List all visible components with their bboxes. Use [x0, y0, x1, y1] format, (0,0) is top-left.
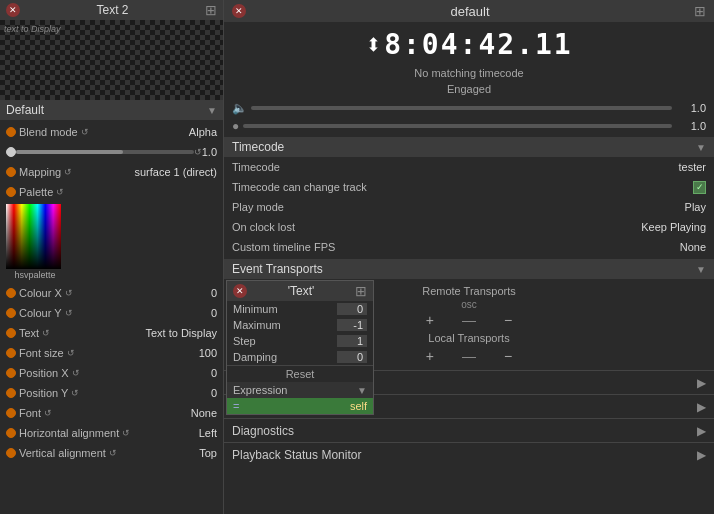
- volume-slider-2[interactable]: [243, 124, 672, 128]
- play-mode-value: Play: [685, 201, 706, 213]
- mapping-reset[interactable]: ↺: [64, 167, 72, 177]
- blend-mode-reset[interactable]: ↺: [81, 127, 89, 137]
- colour-x-icon: [6, 288, 16, 298]
- popup-damping-label: Damping: [233, 351, 277, 363]
- remote-transport-remove-button[interactable]: −: [500, 312, 516, 328]
- right-page-icon[interactable]: ⊞: [694, 3, 706, 19]
- color-gradient[interactable]: [6, 204, 61, 269]
- timecode-change-track-checkbox[interactable]: ✓: [693, 181, 706, 194]
- preview-area: ✕ Text 2 ⊞ text to Display: [0, 0, 223, 100]
- default-section-header[interactable]: Default ▼: [0, 100, 223, 120]
- mapping-value: surface 1 (direct): [134, 166, 217, 178]
- volume-dot-icon: ●: [232, 119, 239, 133]
- popup-maximum-row: Maximum -1: [227, 317, 373, 333]
- popup-maximum-label: Maximum: [233, 319, 281, 331]
- timecode-prop-row: Timecode tester: [224, 157, 714, 177]
- popup-damping-value: 0: [337, 351, 367, 363]
- font-size-label: Font size: [19, 347, 64, 359]
- popup-step-value: 1: [337, 335, 367, 347]
- vert-align-label: Vertical alignment: [19, 447, 106, 459]
- right-title-bar: ✕ default ⊞: [224, 0, 714, 22]
- popup-close-button[interactable]: ✕: [233, 284, 247, 298]
- volume-slider-1[interactable]: [251, 106, 672, 110]
- popup-page-icon[interactable]: ⊞: [355, 283, 367, 299]
- timecode-section-header[interactable]: Timecode ▼: [224, 137, 714, 157]
- local-transport-add-button[interactable]: +: [422, 348, 438, 364]
- prop-colour-y: Colour Y ↺ 0: [0, 303, 223, 323]
- playback-status-nav-row[interactable]: Playback Status Monitor ▶: [224, 442, 714, 466]
- schedule-arrow-icon: ▶: [697, 376, 706, 390]
- diagnostics-nav-row[interactable]: Diagnostics ▶: [224, 418, 714, 442]
- local-transport-divider: —: [458, 348, 480, 364]
- chevron-down-icon: ▼: [207, 105, 217, 116]
- horiz-align-reset[interactable]: ↺: [122, 428, 130, 438]
- colour-x-value: 0: [211, 287, 217, 299]
- colour-x-reset[interactable]: ↺: [65, 288, 73, 298]
- custom-fps-label: Custom timeline FPS: [232, 241, 335, 253]
- font-reset[interactable]: ↺: [44, 408, 52, 418]
- opacity-icon: [6, 147, 16, 157]
- timecode-value: ⬍8:04:42.11: [365, 28, 572, 61]
- position-y-reset[interactable]: ↺: [71, 388, 79, 398]
- popup-step-row: Step 1: [227, 333, 373, 349]
- prop-opacity: ↺ 1.0: [0, 142, 223, 162]
- blend-mode-label: Blend mode: [19, 126, 78, 138]
- properties-list: Blend mode ↺ Alpha ↺ 1.0 Mapping ↺ surfa…: [0, 120, 223, 514]
- timecode-prop-value: tester: [678, 161, 706, 173]
- event-transports-header[interactable]: Event Transports ▼: [224, 259, 714, 279]
- color-picker[interactable]: hsvpalette: [6, 204, 64, 281]
- colour-y-value: 0: [211, 307, 217, 319]
- font-value: None: [191, 407, 217, 419]
- color-picker-container: hsvpalette: [0, 202, 223, 283]
- default-section-label: Default: [6, 103, 44, 117]
- right-panel: ✕ default ⊞ ⬍8:04:42.11 No matching time…: [224, 0, 714, 514]
- play-mode-label: Play mode: [232, 201, 284, 213]
- page-icon[interactable]: ⊞: [205, 2, 217, 18]
- playback-status-arrow-icon: ▶: [697, 448, 706, 462]
- opacity-slider[interactable]: [16, 150, 194, 154]
- prop-position-x: Position X ↺ 0: [0, 363, 223, 383]
- blend-mode-value: Alpha: [189, 126, 217, 138]
- timecode-change-track-label: Timecode can change track: [232, 181, 367, 193]
- volume-value-2: 1.0: [676, 120, 706, 132]
- local-transport-remove-button[interactable]: −: [500, 348, 516, 364]
- prop-palette: Palette ↺: [0, 182, 223, 202]
- on-clock-lost-value: Keep Playing: [641, 221, 706, 233]
- position-x-icon: [6, 368, 16, 378]
- prop-colour-x: Colour X ↺ 0: [0, 283, 223, 303]
- text-reset[interactable]: ↺: [42, 328, 50, 338]
- position-x-reset[interactable]: ↺: [72, 368, 80, 378]
- color-picker-label: hsvpalette: [6, 269, 64, 281]
- right-close-button[interactable]: ✕: [232, 4, 246, 18]
- popup-minimum-row: Minimum 0: [227, 301, 373, 317]
- timecode-status-line2: Engaged: [224, 83, 714, 99]
- popup-step-label: Step: [233, 335, 256, 347]
- volume-speaker-icon: 🔈: [232, 101, 247, 115]
- font-icon: [6, 408, 16, 418]
- opacity-slider-container[interactable]: [16, 150, 194, 154]
- close-button[interactable]: ✕: [6, 3, 20, 17]
- font-size-reset[interactable]: ↺: [67, 348, 75, 358]
- preview-title: Text 2: [96, 3, 128, 17]
- event-transports-label: Event Transports: [232, 262, 323, 276]
- popup-title: 'Text': [288, 284, 315, 298]
- colour-y-reset[interactable]: ↺: [65, 308, 73, 318]
- opacity-reset[interactable]: ↺: [194, 147, 202, 157]
- remote-transport-add-button[interactable]: +: [422, 312, 438, 328]
- palette-reset[interactable]: ↺: [56, 187, 64, 197]
- palette-icon: [6, 187, 16, 197]
- text-prop-icon: [6, 328, 16, 338]
- timecode-display: ⬍8:04:42.11: [224, 22, 714, 67]
- popup-damping-row: Damping 0: [227, 349, 373, 365]
- position-y-value: 0: [211, 387, 217, 399]
- timecode-change-track-row: Timecode can change track ✓: [224, 177, 714, 197]
- vert-align-reset[interactable]: ↺: [109, 448, 117, 458]
- popup-expression-chevron: ▼: [357, 385, 367, 396]
- event-transports-chevron-icon: ▼: [696, 264, 706, 275]
- prop-font-size: Font size ↺ 100: [0, 343, 223, 363]
- popup-reset-button[interactable]: Reset: [227, 365, 373, 382]
- diagnostics-arrow-icon: ▶: [697, 424, 706, 438]
- diagnostics-label: Diagnostics: [232, 424, 294, 438]
- timecode-chevron-icon: ▼: [696, 142, 706, 153]
- horiz-align-value: Left: [199, 427, 217, 439]
